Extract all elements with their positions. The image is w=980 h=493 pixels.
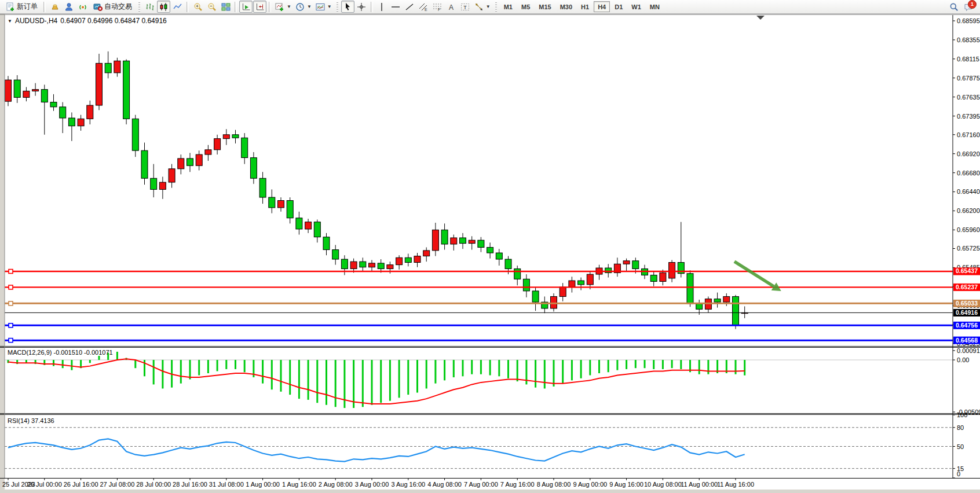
chevron-down-icon: ▼ (327, 4, 332, 9)
templates-button[interactable]: ▼ (314, 1, 334, 13)
svg-text:2 Aug 08:00: 2 Aug 08:00 (319, 481, 353, 488)
timeframe-m5[interactable]: M5 (517, 1, 534, 12)
svg-text:7 Aug 16:00: 7 Aug 16:00 (500, 481, 535, 488)
rsi-indicator-label: RSI(14) 37.4136 (8, 417, 54, 424)
svg-text:50: 50 (957, 443, 964, 450)
chart-shift-icon (255, 2, 265, 12)
fibonacci-button[interactable]: F (431, 1, 444, 13)
line-chart-button[interactable] (171, 1, 184, 13)
text-label-button[interactable]: T (459, 1, 472, 13)
periods-button[interactable]: ▼ (294, 1, 313, 13)
svg-text:0.65033: 0.65033 (956, 300, 978, 307)
svg-text:0.65437: 0.65437 (956, 267, 978, 274)
svg-text:0.66680: 0.66680 (957, 170, 980, 176)
auto-scroll-button[interactable] (239, 1, 253, 13)
trendline-button[interactable] (403, 1, 416, 13)
chart-title: ▼ AUDUSD-,H4 0.64907 0.64996 0.64847 0.6… (8, 17, 167, 25)
equidistant-channel-icon: E (419, 2, 428, 12)
svg-text:E: E (425, 7, 427, 11)
zoom-out-icon (207, 2, 217, 12)
indicators-icon (275, 2, 284, 12)
svg-text:0.67875: 0.67875 (957, 75, 980, 82)
timeframe-h1[interactable]: H1 (577, 1, 593, 12)
toolbar-separator (43, 2, 46, 12)
chart-window[interactable]: 0.685950.683550.681150.678750.676350.673… (0, 14, 980, 493)
svg-text:F: F (438, 8, 440, 12)
toolbar-grip (495, 2, 497, 12)
signals-button[interactable] (76, 1, 89, 13)
toolbar-separator (235, 2, 237, 12)
chart-shift-button[interactable] (253, 1, 266, 13)
vertical-line-button[interactable] (375, 1, 389, 13)
svg-text:9 Aug 16:00: 9 Aug 16:00 (609, 481, 643, 488)
svg-text:27 Jul 08:00: 27 Jul 08:00 (100, 481, 134, 488)
horizontal-line-button[interactable] (389, 1, 403, 13)
svg-text:0.65237: 0.65237 (956, 284, 978, 290)
svg-text:0.64756: 0.64756 (956, 322, 978, 329)
templates-icon (316, 2, 325, 12)
svg-text:0.67635: 0.67635 (957, 94, 980, 101)
timeframe-m15[interactable]: M15 (535, 1, 555, 12)
cursor-button[interactable] (341, 1, 354, 13)
svg-text:0.64916: 0.64916 (956, 309, 978, 316)
new-order-button[interactable]: 新订单 (2, 1, 41, 13)
line-handle (9, 323, 13, 328)
bar-chart-button[interactable] (143, 1, 156, 13)
horizontal-line-icon (391, 2, 400, 12)
timeframe-mn[interactable]: MN (646, 1, 664, 12)
new-order-label: 新订单 (17, 2, 38, 12)
equidistant-channel-button[interactable]: E (417, 1, 430, 13)
text-button[interactable]: A (445, 1, 458, 13)
svg-text:26 Jul 16:00: 26 Jul 16:00 (64, 481, 98, 488)
tile-windows-button[interactable] (219, 1, 232, 13)
candlestick-chart-button[interactable] (157, 1, 170, 13)
bar-chart-icon (145, 2, 155, 12)
fibonacci-icon: F (433, 2, 442, 12)
arrows-icon (474, 2, 484, 12)
svg-text:0.00: 0.00 (957, 356, 969, 363)
zoom-out-button[interactable] (205, 1, 218, 13)
search-icon (949, 2, 959, 12)
mt4-window: 新订单 自动交易 (0, 0, 980, 493)
gold-button[interactable] (48, 1, 61, 13)
chevron-down-icon: ▼ (287, 4, 291, 9)
svg-text:11 Aug 16:00: 11 Aug 16:00 (717, 481, 754, 488)
new-order-icon (6, 2, 15, 12)
chevron-down-icon: ▼ (307, 4, 312, 9)
auto-trading-icon (93, 2, 103, 12)
svg-text:0.68115: 0.68115 (957, 56, 979, 62)
crosshair-button[interactable] (355, 1, 368, 13)
auto-trading-button[interactable]: 自动交易 (90, 1, 136, 13)
timeframe-w1[interactable]: W1 (627, 1, 645, 12)
chart-symbol-period: AUDUSD-,H4 (15, 17, 57, 25)
timeframe-h4[interactable]: H4 (594, 1, 610, 12)
chat-button[interactable]: 1 (964, 2, 973, 12)
svg-text:0.000913: 0.000913 (957, 347, 980, 354)
notification-badge: 1 (968, 0, 977, 9)
text-label-icon: T (460, 2, 470, 12)
svg-text:3 Aug 00:00: 3 Aug 00:00 (355, 481, 389, 488)
timeframe-d1[interactable]: D1 (610, 1, 627, 12)
svg-text:10 Aug 08:00: 10 Aug 08:00 (644, 481, 682, 488)
svg-text:0.65960: 0.65960 (957, 226, 980, 233)
svg-text:0.67395: 0.67395 (957, 113, 980, 120)
indicators-button[interactable]: ▼ (273, 1, 293, 13)
search-button[interactable] (947, 1, 960, 13)
zoom-in-button[interactable] (191, 1, 204, 13)
crosshair-icon (357, 2, 366, 12)
collapse-arrow-icon[interactable]: ▼ (8, 19, 12, 24)
price-chart-canvas[interactable]: 0.685950.683550.681150.678750.676350.673… (0, 14, 980, 493)
svg-text:0.66440: 0.66440 (957, 188, 980, 195)
svg-text:A: A (449, 3, 454, 11)
timeframe-m1[interactable]: M1 (500, 1, 517, 12)
svg-text:0.64568: 0.64568 (956, 337, 978, 344)
toolbar: 新订单 自动交易 (0, 0, 980, 14)
svg-text:1 Aug 00:00: 1 Aug 00:00 (246, 481, 280, 488)
timeframe-m30[interactable]: M30 (556, 1, 576, 12)
svg-text:0.66920: 0.66920 (957, 150, 980, 157)
line-handle (9, 301, 13, 306)
auto-trading-label: 自动交易 (104, 2, 132, 12)
arrows-button[interactable]: ▼ (473, 1, 492, 13)
svg-text:7 Aug 00:00: 7 Aug 00:00 (464, 481, 498, 488)
accounts-button[interactable] (62, 1, 75, 13)
